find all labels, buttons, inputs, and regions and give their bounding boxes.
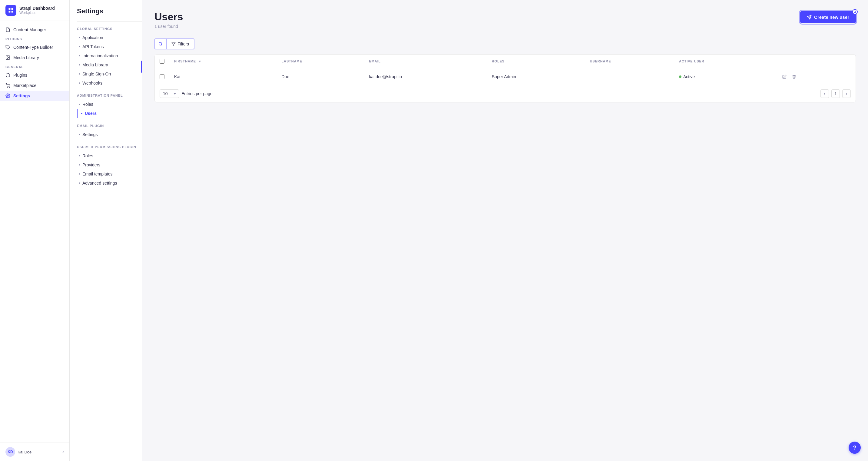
cell-roles: Super Admin (487, 68, 585, 85)
email-plugin-group: EMAIL PLUGIN Settings (77, 124, 142, 139)
sidebar-item-marketplace[interactable]: Marketplace (0, 80, 69, 91)
page-subtitle: 1 user found (154, 24, 183, 29)
sidebar-item-label: Marketplace (13, 83, 36, 88)
col-lastname: LASTNAME (277, 55, 364, 68)
nav-dot (79, 134, 80, 135)
sidebar-item-label: Settings (13, 93, 30, 98)
cell-lastname: Doe (277, 68, 364, 85)
status-dot (679, 76, 681, 78)
sidebar-item-label: Content-Type Builder (13, 45, 53, 50)
sidebar-item-settings[interactable]: Settings (0, 91, 69, 101)
app-logo (5, 5, 17, 16)
settings-panel: Settings GLOBAL SETTINGS Application API… (70, 0, 142, 461)
delete-user-button[interactable] (790, 73, 798, 81)
sidebar-item-content-manager[interactable]: Content Manager (0, 25, 69, 35)
svg-point-7 (7, 87, 7, 87)
file-icon (5, 27, 10, 32)
settings-nav-api-tokens[interactable]: API Tokens (77, 42, 142, 51)
cart-icon (5, 83, 10, 88)
collapse-sidebar-button[interactable]: ‹ (62, 449, 64, 455)
sidebar-item-label: Media Library (13, 55, 39, 60)
footer-username: Kai Doe (18, 450, 31, 454)
settings-nav-up-providers[interactable]: Providers (77, 160, 142, 169)
sidebar-item-media-library[interactable]: Media Library (0, 52, 69, 63)
col-firstname[interactable]: FIRSTNAME ▼ (169, 55, 277, 68)
cell-username: - (585, 68, 674, 85)
settings-nav-up-advanced[interactable]: Advanced settings (77, 178, 142, 188)
svg-rect-2 (9, 11, 10, 13)
svg-rect-3 (11, 11, 13, 13)
users-table: FIRSTNAME ▼ LASTNAME EMAIL ROLES USERNAM… (155, 55, 856, 85)
status-badge: Active (679, 74, 771, 79)
active-indicator (141, 61, 142, 73)
nav-dot (79, 37, 80, 38)
col-username: USERNAME (585, 55, 674, 68)
filters-button[interactable]: Filters (166, 38, 194, 49)
settings-nav-up-email-templates[interactable]: Email templates (77, 169, 142, 178)
row-checkbox[interactable] (160, 74, 164, 79)
users-table-container: FIRSTNAME ▼ LASTNAME EMAIL ROLES USERNAM… (154, 54, 856, 103)
settings-nav-roles[interactable]: Roles (77, 100, 142, 109)
table-row: Kai Doe kai.doe@strapi.io Super Admin - … (155, 68, 856, 85)
settings-title: Settings (77, 7, 142, 15)
search-button[interactable] (154, 38, 166, 49)
create-new-user-button[interactable]: Create new user (800, 11, 856, 23)
svg-marker-14 (172, 42, 175, 46)
nav-dot (79, 64, 80, 65)
svg-point-12 (159, 42, 162, 45)
svg-rect-0 (9, 8, 10, 10)
toolbar: Filters (154, 38, 856, 49)
gear-icon (5, 93, 10, 98)
filter-icon (172, 42, 176, 46)
app-subtitle: Workplace (20, 10, 55, 15)
sidebar-item-content-type-builder[interactable]: Content-Type Builder (0, 42, 69, 52)
next-page-button[interactable]: › (842, 89, 851, 98)
nav-dot (79, 155, 80, 156)
cell-actions (775, 68, 856, 85)
settings-nav-webhooks[interactable]: Webhooks (77, 79, 142, 88)
email-plugin-label: EMAIL PLUGIN (77, 124, 142, 127)
trash-icon (792, 75, 796, 79)
nav-dot (79, 73, 80, 75)
plugins-icon (5, 73, 10, 78)
global-settings-group: GLOBAL SETTINGS Application API Tokens I… (77, 27, 142, 88)
table-header: FIRSTNAME ▼ LASTNAME EMAIL ROLES USERNAM… (155, 55, 856, 68)
search-icon (158, 42, 163, 46)
puzzle-icon (5, 45, 10, 50)
nav-dot (79, 173, 80, 175)
cell-firstname: Kai (169, 68, 277, 85)
svg-point-9 (7, 95, 8, 96)
select-all-checkbox[interactable] (160, 59, 164, 64)
sidebar-item-plugins[interactable]: Plugins (0, 70, 69, 80)
users-permissions-group: USERS & PERMISSIONS PLUGIN Roles Provide… (77, 145, 142, 188)
create-button-badge: 3 (852, 9, 858, 15)
settings-nav-single-sign-on[interactable]: Single Sign-On (77, 69, 142, 79)
row-checkbox-cell (155, 68, 169, 85)
svg-point-8 (9, 87, 10, 87)
per-page-select[interactable]: 10 25 50 100 (160, 89, 179, 98)
send-icon (807, 15, 812, 20)
settings-nav-media-library[interactable]: Media Library (77, 60, 142, 69)
select-all-cell (155, 55, 169, 68)
settings-nav-up-roles[interactable]: Roles (77, 151, 142, 160)
settings-nav-internationalization[interactable]: Internationalization (77, 51, 142, 60)
settings-nav-users[interactable]: Users (77, 109, 142, 118)
sort-icon: ▼ (198, 60, 202, 63)
svg-line-13 (161, 45, 162, 46)
col-roles: ROLES (487, 55, 585, 68)
previous-page-button[interactable]: ‹ (820, 89, 829, 98)
help-button[interactable]: ? (848, 441, 861, 454)
edit-icon (782, 75, 786, 79)
current-page: 1 (831, 89, 840, 98)
cell-email: kai.doe@strapi.io (364, 68, 487, 85)
app-title: Strapi Dashboard (20, 6, 55, 10)
settings-nav-email-settings[interactable]: Settings (77, 130, 142, 139)
edit-user-button[interactable] (780, 73, 789, 81)
svg-rect-1 (11, 8, 13, 10)
page-title: Users (154, 11, 183, 23)
image-icon (5, 55, 10, 60)
settings-nav-application[interactable]: Application (77, 33, 142, 42)
nav-dot (79, 104, 80, 105)
admin-panel-group: ADMINISTRATION PANEL Roles Users (77, 94, 142, 118)
nav-dot (81, 113, 82, 114)
